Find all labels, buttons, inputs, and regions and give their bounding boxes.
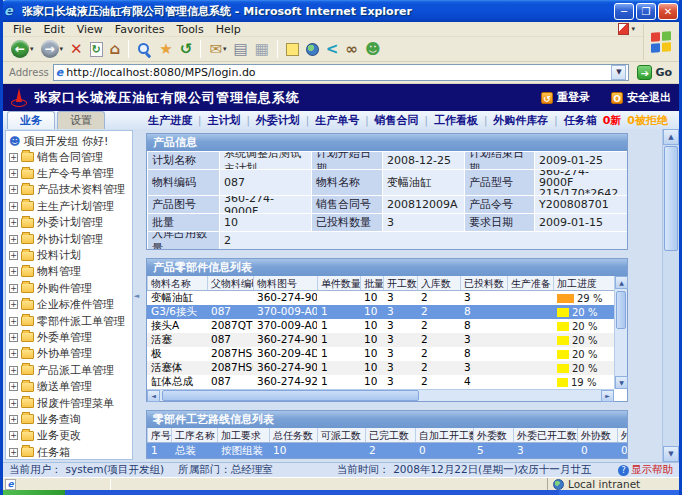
show-help-link[interactable]: ? 显示帮助 bbox=[618, 463, 673, 477]
table-row[interactable]: 变幅油缸360-274-9000F1032329 % bbox=[147, 291, 614, 305]
start-button[interactable] bbox=[3, 490, 65, 495]
toolbar-history-button[interactable]: ↺ bbox=[178, 41, 195, 57]
column-header-0[interactable]: 序号 bbox=[147, 428, 171, 442]
tree-item-3[interactable]: +主生产计划管理 bbox=[9, 198, 132, 214]
chevron-down-icon[interactable]: ▾ bbox=[60, 45, 64, 53]
column-header-10[interactable]: 外协 bbox=[617, 428, 627, 442]
tab-settings[interactable]: 设置 bbox=[57, 111, 105, 129]
column-header-3[interactable]: 单件数量 bbox=[317, 276, 360, 290]
toolbar-favorites-button[interactable]: ★ bbox=[157, 41, 174, 57]
expand-icon[interactable]: + bbox=[9, 153, 18, 162]
expand-icon[interactable]: + bbox=[9, 431, 18, 440]
tree-item-4[interactable]: +外委计划管理 bbox=[9, 215, 132, 231]
expand-icon[interactable]: + bbox=[9, 415, 18, 424]
scroll-left-icon[interactable]: ◄ bbox=[147, 390, 160, 402]
menu-item-tools[interactable]: Tools bbox=[171, 23, 210, 36]
expand-icon[interactable]: + bbox=[9, 448, 18, 457]
column-header-5[interactable]: 开工数 bbox=[383, 276, 417, 290]
column-header-2[interactable]: 物料图号 bbox=[253, 276, 317, 290]
expand-icon[interactable]: + bbox=[9, 382, 18, 391]
sidebar-splitter[interactable]: ◄ bbox=[133, 129, 140, 462]
toolbar-globe-button[interactable] bbox=[304, 43, 321, 56]
tree-item-18[interactable]: +任务箱 bbox=[9, 444, 132, 460]
menu-item-edit[interactable]: Edit bbox=[37, 23, 70, 36]
nav-item-7[interactable]: 任务箱 bbox=[564, 113, 597, 128]
scroll-right-icon[interactable]: ► bbox=[601, 390, 614, 402]
toolbar-back-button[interactable]: ←▾ bbox=[9, 40, 36, 58]
table-row[interactable]: 活塞087360-274-9010F11032320 % bbox=[147, 333, 614, 347]
table-row[interactable]: 缸体总成087360-274-9200F11032419 % bbox=[147, 375, 614, 389]
column-header-2[interactable]: 加工要求 bbox=[217, 428, 269, 442]
tree-item-1[interactable]: +生产令号单管理 bbox=[9, 165, 132, 181]
close-button[interactable]: ✕ bbox=[658, 3, 678, 20]
pdf-toolbar-button[interactable]: ▾ bbox=[618, 23, 635, 35]
expand-icon[interactable]: + bbox=[9, 169, 18, 178]
scroll-down-icon[interactable]: ▼ bbox=[663, 446, 679, 462]
nav-item-6[interactable]: 外购件库存 bbox=[493, 113, 548, 128]
column-header-3[interactable]: 总任务数 bbox=[269, 428, 317, 442]
page-vertical-scrollbar[interactable]: ▲ ▼ bbox=[662, 129, 679, 462]
menu-item-help[interactable]: Help bbox=[210, 23, 247, 36]
column-header-0[interactable]: 物料名称 bbox=[147, 276, 207, 290]
toolbar-home-button[interactable]: ⌂ bbox=[108, 41, 123, 57]
expand-icon[interactable]: + bbox=[9, 300, 18, 309]
expand-icon[interactable]: + bbox=[9, 366, 18, 375]
nav-item-0[interactable]: 生产进度 bbox=[148, 113, 192, 128]
tree-item-8[interactable]: +外购件管理 bbox=[9, 280, 132, 296]
tree-item-5[interactable]: +外协计划管理 bbox=[9, 231, 132, 247]
expand-icon[interactable]: + bbox=[9, 284, 18, 293]
column-header-7[interactable]: 已投料数 bbox=[460, 276, 507, 290]
column-header-6[interactable]: 自加工开工数 bbox=[415, 428, 473, 442]
toolbar-find-button[interactable]: ∞ bbox=[343, 41, 360, 57]
expand-icon[interactable]: + bbox=[9, 185, 18, 194]
expand-icon[interactable]: + bbox=[9, 333, 18, 342]
tree-item-10[interactable]: +零部件派工单管理 bbox=[9, 313, 132, 329]
address-dropdown-button[interactable]: ▼ bbox=[611, 65, 626, 80]
column-header-7[interactable]: 外委数 bbox=[473, 428, 513, 442]
nav-item-2[interactable]: 外委计划 bbox=[256, 113, 300, 128]
tree-item-9[interactable]: +企业标准件管理 bbox=[9, 297, 132, 313]
expand-icon[interactable]: + bbox=[9, 202, 18, 211]
column-header-8[interactable]: 生产准备 bbox=[507, 276, 553, 290]
nav-item-1[interactable]: 主计划 bbox=[207, 113, 240, 128]
toolbar-print-button[interactable]: ▤ bbox=[231, 41, 249, 57]
toolbar-notes-button[interactable] bbox=[284, 43, 301, 56]
expand-icon[interactable]: + bbox=[9, 235, 18, 244]
expand-icon[interactable]: + bbox=[9, 267, 18, 276]
column-header-4[interactable]: 批量 bbox=[360, 276, 383, 290]
tree-item-2[interactable]: +产品技术资料管理 bbox=[9, 182, 132, 198]
go-button[interactable]: ➔ Go bbox=[633, 65, 676, 80]
address-field[interactable]: e ▼ bbox=[53, 64, 630, 81]
nav-item-3[interactable]: 生产单号 bbox=[315, 113, 359, 128]
expand-icon[interactable]: + bbox=[9, 218, 18, 227]
scroll-thumb[interactable] bbox=[162, 390, 419, 401]
toolbar-forward-button[interactable]: →▾ bbox=[39, 40, 66, 58]
expand-icon[interactable]: + bbox=[9, 399, 18, 408]
scroll-thumb[interactable] bbox=[616, 291, 626, 329]
toolbar-edit-button[interactable]: ▦ bbox=[253, 41, 271, 57]
parts-horizontal-scrollbar[interactable]: ◄ ► bbox=[147, 389, 614, 401]
menu-item-favorites[interactable]: Favorites bbox=[109, 23, 171, 36]
relogin-button[interactable]: ↺ 重登录 bbox=[541, 90, 590, 105]
tree-item-12[interactable]: +外协单管理 bbox=[9, 346, 132, 362]
column-header-6[interactable]: 入库数 bbox=[417, 276, 460, 290]
maximize-button[interactable]: ❐ bbox=[636, 3, 656, 20]
tree-item-6[interactable]: +投料计划 bbox=[9, 247, 132, 263]
address-input[interactable] bbox=[66, 66, 611, 79]
tree-item-7[interactable]: +物料管理 bbox=[9, 264, 132, 280]
column-header-1[interactable]: 父物料编码 bbox=[207, 276, 253, 290]
column-header-5[interactable]: 已完工数 bbox=[365, 428, 415, 442]
toolbar-search-button[interactable] bbox=[135, 42, 154, 57]
tree-item-17[interactable]: +业务更改 bbox=[9, 428, 132, 444]
expand-icon[interactable]: + bbox=[9, 251, 18, 260]
scroll-up-icon[interactable]: ▲ bbox=[663, 129, 679, 145]
column-header-1[interactable]: 工序名称 bbox=[171, 428, 217, 442]
tree-item-13[interactable]: +产品派工单管理 bbox=[9, 362, 132, 378]
menu-item-file[interactable]: File bbox=[7, 23, 37, 36]
toolbar-refresh-button[interactable]: ↻ bbox=[88, 42, 105, 57]
chevron-down-icon[interactable]: ▾ bbox=[223, 45, 227, 53]
nav-item-5[interactable]: 工作看板 bbox=[434, 113, 478, 128]
logout-button[interactable]: O 安全退出 bbox=[611, 90, 671, 105]
toolbar-messenger-button[interactable]: ☻ bbox=[363, 41, 383, 57]
tree-item-15[interactable]: +报废件管理菜单 bbox=[9, 395, 132, 411]
